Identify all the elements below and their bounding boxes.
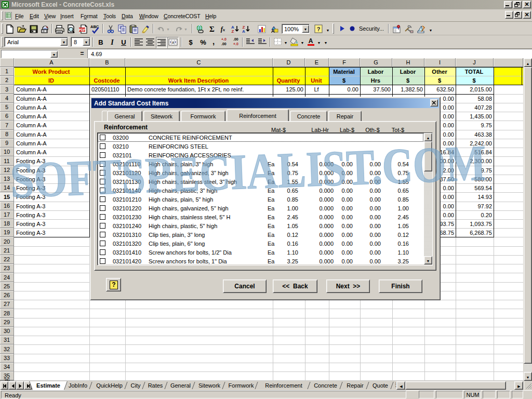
svg-text:+.0: +.0 bbox=[233, 42, 238, 46]
svg-text:+.0: +.0 bbox=[221, 37, 227, 41]
svg-text:A: A bbox=[271, 29, 275, 34]
svg-text:Z: Z bbox=[232, 29, 234, 34]
svg-text:Σ: Σ bbox=[209, 25, 215, 33]
svg-text:A: A bbox=[242, 29, 245, 34]
svg-text:A: A bbox=[309, 37, 313, 45]
svg-text:fx: fx bbox=[221, 25, 225, 33]
svg-text:.00: .00 bbox=[221, 42, 227, 46]
svg-text:PDF: PDF bbox=[79, 28, 86, 32]
svg-text:?: ? bbox=[317, 26, 321, 32]
svg-text:a: a bbox=[172, 40, 174, 45]
svg-text:.00: .00 bbox=[233, 37, 238, 41]
